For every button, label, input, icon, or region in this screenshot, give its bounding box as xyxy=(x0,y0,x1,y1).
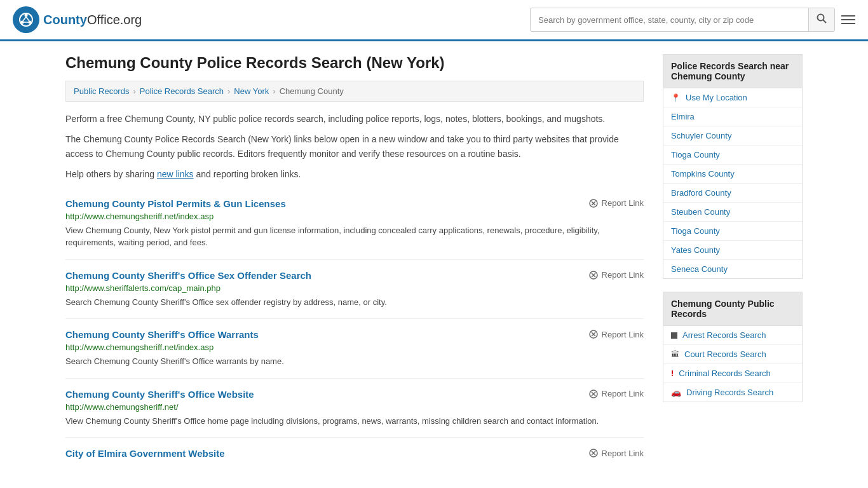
report-link[interactable]: Report Link xyxy=(588,270,644,280)
nearby-link[interactable]: Elmira xyxy=(671,112,695,121)
breadcrumb-police-records-search[interactable]: Police Records Search xyxy=(140,86,224,96)
result-item: Chemung County Pistol Permits & Gun Lice… xyxy=(65,188,644,260)
sidebar: Police Records Search near Chemung Count… xyxy=(663,54,803,471)
report-link[interactable]: Report Link xyxy=(588,448,644,458)
public-records-link[interactable]: Driving Records Search xyxy=(686,388,773,397)
report-icon xyxy=(588,270,599,280)
driving-icon: 🚗 xyxy=(671,388,681,397)
nearby-link-item: Bradford County xyxy=(663,184,802,203)
search-bar xyxy=(530,8,835,32)
report-icon xyxy=(588,198,599,208)
result-header: Chemung County Sheriff's Office Website … xyxy=(65,389,644,400)
public-records-link[interactable]: Criminal Records Search xyxy=(679,369,771,378)
public-records-link-item: 🚗Driving Records Search xyxy=(663,383,802,402)
nearby-list: 📍 Use My Location ElmiraSchuyler CountyT… xyxy=(663,88,803,279)
breadcrumb-new-york[interactable]: New York xyxy=(234,86,269,96)
header-right xyxy=(530,8,855,32)
logo-text: CountyOffice.org xyxy=(43,13,142,27)
sidebar-use-location[interactable]: 📍 Use My Location xyxy=(663,88,802,107)
nearby-link-item: Tioga County xyxy=(663,146,802,165)
public-records-links-container: Arrest Records Search🏛Court Records Sear… xyxy=(663,326,802,402)
svg-line-9 xyxy=(824,20,827,24)
menu-icon[interactable] xyxy=(841,15,855,24)
result-url: http://www.chemungsheriff.net/index.asp xyxy=(65,342,644,352)
result-desc: Search Chemung County Sheriff's Office s… xyxy=(65,296,644,309)
svg-point-8 xyxy=(818,15,824,21)
site-header: CountyOffice.org xyxy=(0,0,868,41)
public-records-link-item: Arrest Records Search xyxy=(663,326,802,345)
new-links-link[interactable]: new links xyxy=(157,169,194,179)
nearby-link[interactable]: Tompkins County xyxy=(671,169,735,179)
breadcrumb-current: Chemung County xyxy=(280,86,344,96)
breadcrumb-public-records[interactable]: Public Records xyxy=(74,86,129,96)
content-area: Chemung County Police Records Search (Ne… xyxy=(65,54,644,471)
results-container: Chemung County Pistol Permits & Gun Lice… xyxy=(65,188,644,472)
nearby-link-item: Seneca County xyxy=(663,260,802,278)
result-item: Chemung County Sheriff's Office Sex Offe… xyxy=(65,260,644,320)
nearby-link-item: Steuben County xyxy=(663,203,802,222)
nearby-links-container: ElmiraSchuyler CountyTioga CountyTompkin… xyxy=(663,107,802,278)
report-link[interactable]: Report Link xyxy=(588,389,644,399)
nearby-link[interactable]: Tioga County xyxy=(671,226,720,236)
result-title[interactable]: Chemung County Sheriff's Office Sex Offe… xyxy=(65,270,311,281)
records-icon xyxy=(671,332,677,339)
search-button[interactable] xyxy=(808,8,834,31)
result-title[interactable]: City of Elmira Government Website xyxy=(65,448,225,459)
search-input[interactable] xyxy=(531,10,808,30)
report-link[interactable]: Report Link xyxy=(588,329,644,339)
result-header: Chemung County Sheriff's Office Sex Offe… xyxy=(65,270,644,281)
result-header: City of Elmira Government Website Report… xyxy=(65,448,644,459)
nearby-link-item: Elmira xyxy=(663,107,802,126)
result-header: Chemung County Sheriff's Office Warrants… xyxy=(65,329,644,340)
public-records-title: Chemung County Public Records xyxy=(663,292,803,326)
public-records-link-item: !Criminal Records Search xyxy=(663,364,802,383)
nearby-link[interactable]: Steuben County xyxy=(671,207,730,217)
result-url: http://www.chemungsheriff.net/index.asp xyxy=(65,212,644,221)
nearby-link[interactable]: Bradford County xyxy=(671,188,731,198)
nearby-link-item: Tompkins County xyxy=(663,165,802,184)
main-container: Chemung County Police Records Search (Ne… xyxy=(53,41,815,484)
svg-point-2 xyxy=(25,14,28,17)
description-2: The Chemung County Police Records Search… xyxy=(65,132,644,161)
result-desc: View Chemung County Sheriff's Office hom… xyxy=(65,415,644,428)
result-title[interactable]: Chemung County Sheriff's Office Warrants xyxy=(65,329,259,340)
nearby-section: Police Records Search near Chemung Count… xyxy=(663,54,803,279)
logo-area: CountyOffice.org xyxy=(13,6,142,33)
nearby-link-item: Schuyler County xyxy=(663,126,802,146)
nearby-link-item: Yates County xyxy=(663,241,802,260)
nearby-link-item: Tioga County xyxy=(663,222,802,241)
result-title[interactable]: Chemung County Sheriff's Office Website xyxy=(65,389,254,400)
report-icon xyxy=(588,389,599,399)
nearby-link[interactable]: Tioga County xyxy=(671,150,720,159)
public-records-list: Arrest Records Search🏛Court Records Sear… xyxy=(663,326,803,402)
page-title: Chemung County Police Records Search (Ne… xyxy=(65,54,644,72)
result-url: http://www.sheriffalerts.com/cap_main.ph… xyxy=(65,283,644,293)
nearby-title: Police Records Search near Chemung Count… xyxy=(663,54,803,88)
location-icon: 📍 xyxy=(671,93,681,102)
result-item: Chemung County Sheriff's Office Website … xyxy=(65,379,644,438)
report-link[interactable]: Report Link xyxy=(588,198,644,208)
nearby-link[interactable]: Seneca County xyxy=(671,264,728,274)
result-desc: View Chemung County, New York pistol per… xyxy=(65,224,644,249)
public-records-section: Chemung County Public Records Arrest Rec… xyxy=(663,292,803,402)
result-header: Chemung County Pistol Permits & Gun Lice… xyxy=(65,198,644,209)
description-1: Perform a free Chemung County, NY public… xyxy=(65,112,644,126)
report-icon xyxy=(588,329,599,339)
result-desc: Search Chemung County Sheriff's Office w… xyxy=(65,355,644,368)
result-item: City of Elmira Government Website Report… xyxy=(65,438,644,471)
public-records-link-item: 🏛Court Records Search xyxy=(663,345,802,364)
use-my-location-link[interactable]: Use My Location xyxy=(686,93,747,102)
logo-icon xyxy=(13,6,39,33)
nearby-link[interactable]: Yates County xyxy=(671,245,720,255)
result-url: http://www.chemungsheriff.net/ xyxy=(65,402,644,412)
description-3: Help others by sharing new links and rep… xyxy=(65,167,644,181)
result-title[interactable]: Chemung County Pistol Permits & Gun Lice… xyxy=(65,198,286,209)
public-records-link[interactable]: Arrest Records Search xyxy=(682,330,766,340)
public-records-link[interactable]: Court Records Search xyxy=(684,349,766,359)
nearby-link[interactable]: Schuyler County xyxy=(671,131,731,140)
court-icon: 🏛 xyxy=(671,349,679,359)
result-item: Chemung County Sheriff's Office Warrants… xyxy=(65,319,644,379)
breadcrumb: Public Records › Police Records Search ›… xyxy=(65,81,644,102)
criminal-icon: ! xyxy=(671,369,674,378)
report-icon xyxy=(588,448,599,458)
